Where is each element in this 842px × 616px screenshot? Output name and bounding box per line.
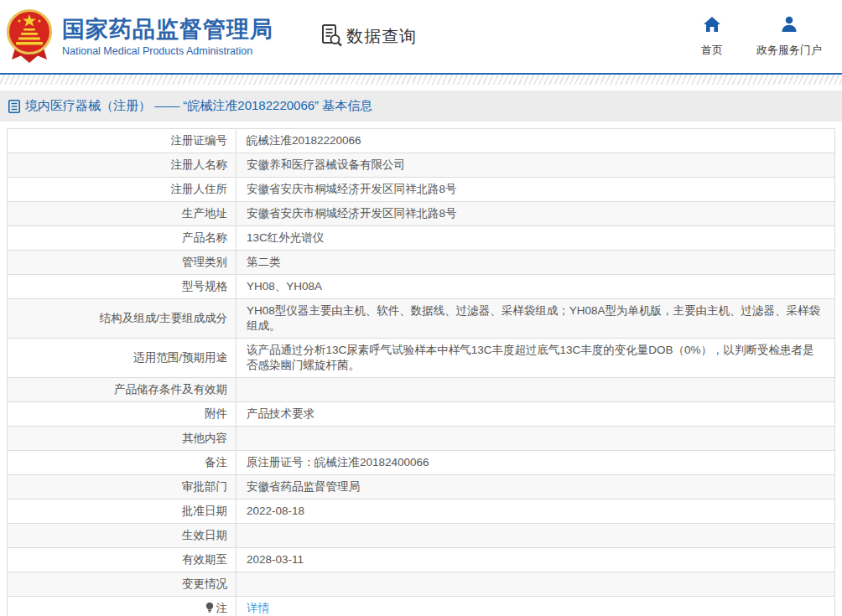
row-value: 2028-03-11: [236, 548, 835, 572]
site-header: 国家药品监督管理局 National Medical Products Admi…: [0, 0, 842, 73]
row-value: 2022-08-18: [236, 500, 835, 524]
data-query-label: 数据查询: [346, 25, 417, 48]
row-label: 型号规格: [8, 275, 236, 299]
person-icon: [780, 16, 798, 36]
row-value: 安徽省药品监督管理局: [236, 475, 835, 500]
row-value: 详情: [236, 597, 835, 616]
row-label: 生效日期: [8, 524, 236, 548]
table-row: 适用范围/预期用途该产品通过分析13C尿素呼气试验样本中样气13C丰度超过底气1…: [8, 339, 835, 378]
row-label: 产品储存条件及有效期: [8, 378, 236, 402]
row-value: YH08、YH08A: [236, 275, 835, 299]
row-value: [236, 427, 835, 451]
row-value: 第二类: [236, 251, 835, 275]
table-row: 有效期至2028-03-11: [8, 548, 835, 572]
table-row: 管理类别第二类: [8, 251, 835, 275]
row-value: [236, 572, 835, 597]
table-row: 注册证编号皖械注准20182220066: [8, 129, 835, 153]
site-title: 国家药品监督管理局: [62, 17, 273, 42]
table-row: 产品储存条件及有效期: [8, 378, 835, 402]
document-list-icon: [8, 100, 20, 113]
site-subtitle: National Medical Products Administration: [62, 45, 273, 57]
header-links: 首页 政务服务门户: [701, 16, 842, 58]
row-value: [236, 378, 835, 402]
row-value: YH08型仪器主要由主机、软件、数据线、过滤器、采样袋组成；YH08A型为单机版…: [236, 299, 835, 339]
row-label: 注册人名称: [8, 153, 236, 178]
row-label: 适用范围/预期用途: [8, 339, 236, 378]
row-label: 有效期至: [8, 548, 236, 572]
row-label: 结构及组成/主要组成成分: [8, 299, 236, 339]
row-value: [236, 524, 835, 548]
data-query-nav[interactable]: 数据查询: [320, 23, 417, 50]
row-label: 生产地址: [8, 202, 236, 226]
row-label: 产品名称: [8, 226, 236, 251]
row-value: 13C红外光谱仪: [236, 226, 835, 251]
breadcrumb-text: 境内医疗器械（注册） —— “皖械注准20182220066” 基本信息: [25, 98, 372, 114]
striped-band: [0, 75, 842, 85]
row-label: 管理类别: [8, 251, 236, 275]
row-label: 备注: [8, 451, 236, 475]
row-label: 注册人住所: [8, 178, 236, 202]
table-row: 附件产品技术要求: [8, 402, 835, 427]
breadcrumb: 境内医疗器械（注册） —— “皖械注准20182220066” 基本信息: [0, 91, 842, 122]
row-value: 安徽养和医疗器械设备有限公司: [236, 153, 835, 178]
row-value: 该产品通过分析13C尿素呼气试验样本中样气13C丰度超过底气13C丰度的变化量D…: [236, 339, 835, 378]
row-value: 皖械注准20182220066: [236, 129, 835, 153]
info-table-body: 注册证编号皖械注准20182220066注册人名称安徽养和医疗器械设备有限公司注…: [8, 129, 835, 616]
table-row: 生产地址安徽省安庆市桐城经济开发区同祥北路8号: [8, 202, 835, 226]
row-label: 其他内容: [8, 427, 236, 451]
row-label: 变更情况: [8, 572, 236, 597]
home-icon: [703, 16, 721, 36]
gov-portal-link[interactable]: 政务服务门户: [756, 16, 822, 58]
row-value: 安徽省安庆市桐城经济开发区同祥北路8号: [236, 178, 835, 202]
table-row: 注册人住所安徽省安庆市桐城经济开发区同祥北路8号: [8, 178, 835, 202]
row-value: 产品技术要求: [236, 402, 835, 427]
portal-label: 政务服务门户: [756, 43, 822, 58]
table-row: 产品名称13C红外光谱仪: [8, 226, 835, 251]
national-emblem-icon: [5, 7, 54, 67]
table-row: 其他内容: [8, 427, 835, 451]
document-search-icon: [320, 23, 343, 50]
nmpa-logo: 国家药品监督管理局 National Medical Products Admi…: [0, 7, 273, 67]
table-row: 注详情: [8, 597, 835, 616]
table-row: 型号规格YH08、YH08A: [8, 275, 835, 299]
table-row: 结构及组成/主要组成成分YH08型仪器主要由主机、软件、数据线、过滤器、采样袋组…: [8, 299, 835, 339]
row-label: 注: [8, 597, 236, 616]
row-label: 附件: [8, 402, 236, 427]
row-label: 注册证编号: [8, 129, 236, 153]
row-value: 安徽省安庆市桐城经济开发区同祥北路8号: [236, 202, 835, 226]
row-label: 审批部门: [8, 475, 236, 500]
home-link[interactable]: 首页: [701, 16, 723, 58]
info-table: 注册证编号皖械注准20182220066注册人名称安徽养和医疗器械设备有限公司注…: [7, 128, 835, 616]
table-row: 审批部门安徽省药品监督管理局: [8, 475, 835, 500]
row-label: 批准日期: [8, 500, 236, 524]
detail-link[interactable]: 详情: [247, 602, 269, 614]
table-row: 变更情况: [8, 572, 835, 597]
home-label: 首页: [701, 43, 723, 58]
table-row: 注册人名称安徽养和医疗器械设备有限公司: [8, 153, 835, 178]
table-row: 批准日期2022-08-18: [8, 500, 835, 524]
row-value: 原注册证号：皖械注准20182400066: [236, 451, 835, 475]
bulb-icon: [205, 602, 215, 613]
table-row: 备注原注册证号：皖械注准20182400066: [8, 451, 835, 475]
table-row: 生效日期: [8, 524, 835, 548]
